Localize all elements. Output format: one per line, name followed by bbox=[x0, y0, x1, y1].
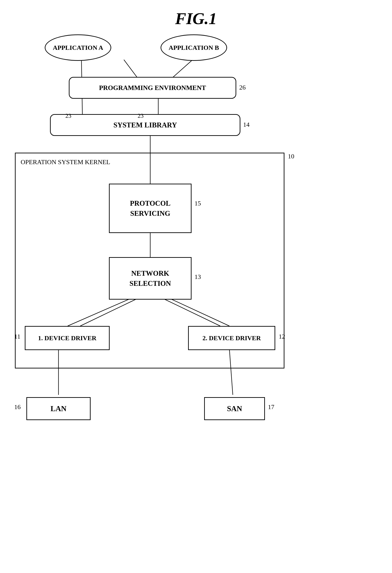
application-a-label: APPLICATION A bbox=[53, 44, 103, 52]
system-library-node: SYSTEM LIBRARY bbox=[50, 114, 240, 136]
application-b-label: APPLICATION B bbox=[169, 44, 219, 52]
device-driver-1-label: 1. DEVICE DRIVER bbox=[38, 335, 96, 342]
ref-23-left: 23 bbox=[65, 112, 71, 119]
device-driver-1-node: 1. DEVICE DRIVER bbox=[25, 326, 110, 350]
network-selection-node: NETWORK SELECTION bbox=[109, 257, 191, 300]
protocol-servicing-label: PROTOCOL SERVICING bbox=[130, 198, 171, 218]
figure-title: FIG.1 bbox=[175, 9, 217, 28]
san-node: SAN bbox=[204, 397, 265, 420]
ref-26: 26 bbox=[239, 84, 246, 91]
application-b-node: APPLICATION B bbox=[161, 35, 227, 61]
device-driver-2-node: 2. DEVICE DRIVER bbox=[188, 326, 275, 350]
protocol-servicing-node: PROTOCOL SERVICING bbox=[109, 184, 191, 233]
system-library-label: SYSTEM LIBRARY bbox=[113, 121, 177, 129]
lan-label: LAN bbox=[51, 405, 67, 413]
programming-environment-node: PROGRAMMING ENVIRONMENT bbox=[69, 77, 236, 99]
ref-11: 11 bbox=[14, 333, 20, 340]
ref-23-right: 23 bbox=[138, 112, 144, 119]
programming-environment-label: PROGRAMMING ENVIRONMENT bbox=[99, 84, 206, 92]
diagram-container: FIG.1 APPLICATION A bbox=[0, 0, 392, 573]
kernel-label: OPERATION SYSTEM KERNEL bbox=[21, 158, 110, 166]
lan-node: LAN bbox=[26, 397, 91, 420]
ref-10: 10 bbox=[288, 153, 294, 160]
ref-12: 12 bbox=[279, 333, 285, 340]
ref-14: 14 bbox=[243, 121, 250, 128]
ref-13: 13 bbox=[194, 273, 201, 281]
ref-16: 16 bbox=[14, 403, 21, 411]
ref-17: 17 bbox=[268, 403, 274, 411]
ref-15: 15 bbox=[194, 200, 201, 207]
svg-line-1 bbox=[124, 60, 138, 78]
application-a-node: APPLICATION A bbox=[45, 35, 111, 61]
san-label: SAN bbox=[227, 405, 242, 413]
svg-line-2 bbox=[172, 60, 193, 78]
network-selection-label: NETWORK SELECTION bbox=[130, 268, 171, 288]
device-driver-2-label: 2. DEVICE DRIVER bbox=[203, 335, 261, 342]
